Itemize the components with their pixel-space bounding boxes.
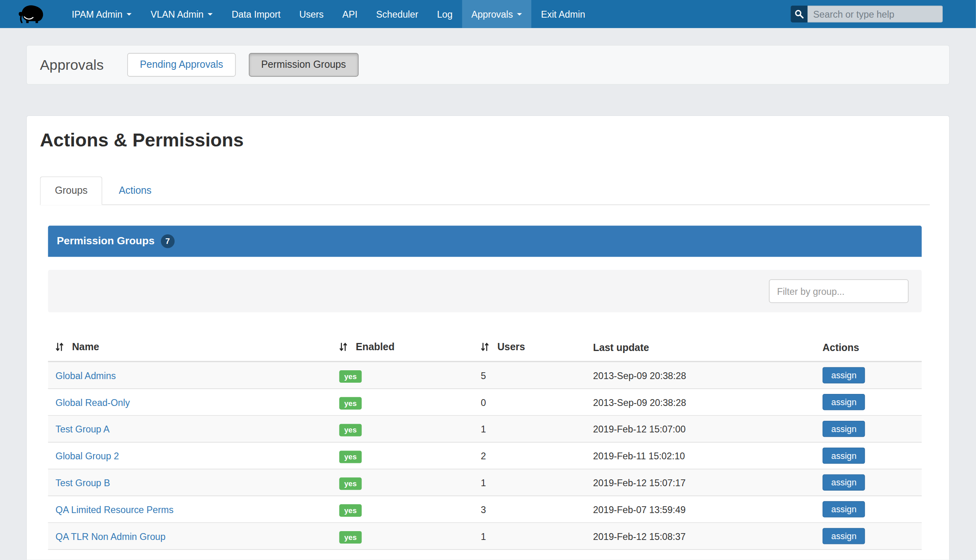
page-title: Approvals — [40, 57, 104, 73]
table-row: QA Limited Resource Perms yes 3 2019-Feb… — [48, 496, 922, 523]
last-update: 2019-Feb-07 13:59:49 — [593, 504, 823, 514]
column-label: Enabled — [356, 342, 394, 352]
enabled-badge: yes — [339, 370, 362, 382]
users-count: 0 — [481, 397, 593, 407]
sort-icon[interactable] — [55, 342, 63, 354]
assign-button[interactable]: assign — [823, 421, 865, 437]
search-icon — [795, 9, 804, 18]
table-row: Global Read-Only yes 0 2013-Sep-09 20:38… — [48, 389, 922, 416]
panel-heading-title: Permission Groups — [57, 235, 155, 248]
column-label: Name — [72, 342, 99, 352]
filter-by-group-input[interactable] — [769, 279, 909, 303]
navbar-search — [791, 6, 943, 22]
permission-groups-heading: Permission Groups 7 — [48, 226, 922, 257]
nav-item-label: Exit Admin — [541, 9, 585, 19]
users-count: 1 — [481, 477, 593, 488]
column-label: Last update — [593, 342, 649, 353]
group-count-badge: 7 — [161, 234, 175, 248]
table-row: QA TLR Non Admin Group yes 1 2019-Feb-12… — [48, 523, 922, 550]
users-count: 3 — [481, 504, 593, 514]
tab-groups[interactable]: Groups — [40, 177, 102, 205]
caret-down-icon — [517, 13, 522, 15]
assign-button[interactable]: assign — [823, 501, 865, 517]
column-label: Actions — [823, 342, 859, 353]
group-link[interactable]: Global Admins — [55, 370, 116, 380]
last-update: 2019-Feb-12 15:08:37 — [593, 531, 823, 541]
permission-groups-button[interactable]: Permission Groups — [249, 53, 359, 77]
assign-button[interactable]: assign — [823, 475, 865, 491]
assign-button[interactable]: assign — [823, 448, 865, 464]
table-row: Test Group B yes 1 2019-Feb-12 15:07:17 … — [48, 469, 922, 496]
caret-down-icon — [127, 13, 132, 15]
enabled-badge: yes — [339, 450, 362, 463]
table-row: Test Group A yes 1 2019-Feb-12 15:07:00 … — [48, 416, 922, 442]
column-header-enabled: Enabled — [339, 342, 481, 354]
users-count: 1 — [481, 424, 593, 434]
nav-item-label: Scheduler — [376, 9, 418, 19]
nav-item-vlan-admin[interactable]: VLAN Admin — [141, 0, 222, 28]
nav-item-label: VLAN Admin — [150, 9, 203, 19]
nav-item-data-import[interactable]: Data Import — [222, 0, 290, 28]
last-update: 2013-Sep-09 20:38:28 — [593, 397, 823, 407]
users-count: 5 — [481, 370, 593, 380]
column-header-last-update: Last update — [593, 342, 823, 353]
table-body: Global Admins yes 5 2013-Sep-09 20:38:28… — [48, 362, 922, 550]
enabled-badge: yes — [339, 424, 362, 436]
last-update: 2019-Feb-12 15:07:17 — [593, 477, 823, 488]
group-link[interactable]: Test Group A — [55, 424, 110, 434]
sort-icon[interactable] — [339, 342, 347, 354]
mammoth-logo-icon — [18, 4, 45, 24]
nav-item-users[interactable]: Users — [290, 0, 333, 28]
column-header-name: Name — [48, 342, 340, 354]
permission-groups-table: Name Enabled Users Last update Actions — [48, 312, 922, 550]
nav-item-label: IPAM Admin — [72, 9, 123, 19]
group-link[interactable]: Global Read-Only — [55, 397, 130, 407]
column-header-actions: Actions — [823, 342, 922, 353]
search-button[interactable] — [791, 6, 807, 22]
assign-button[interactable]: assign — [823, 367, 865, 383]
users-count: 1 — [481, 531, 593, 541]
last-update: 2013-Sep-09 20:38:28 — [593, 370, 823, 380]
brand-logo[interactable] — [0, 0, 62, 28]
enabled-badge: yes — [339, 477, 362, 490]
table-row: Global Admins yes 5 2013-Sep-09 20:38:28… — [48, 362, 922, 389]
assign-button[interactable]: assign — [823, 394, 865, 410]
pending-approvals-button[interactable]: Pending Approvals — [127, 53, 236, 77]
table-row: Global Group 2 yes 2 2019-Feb-11 15:02:1… — [48, 442, 922, 469]
users-count: 2 — [481, 450, 593, 461]
tab-bar: Groups Actions — [40, 177, 929, 205]
nav-item-label: Data Import — [232, 9, 281, 19]
enabled-badge: yes — [339, 397, 362, 409]
nav-item-approvals[interactable]: Approvals — [462, 0, 532, 28]
nav-item-label: Users — [299, 9, 324, 19]
top-navbar: IPAM Admin VLAN Admin Data Import Users … — [0, 0, 976, 28]
caret-down-icon — [208, 13, 213, 15]
filter-toolbar — [48, 270, 922, 312]
nav-item-ipam-admin[interactable]: IPAM Admin — [62, 0, 141, 28]
sort-icon[interactable] — [481, 342, 489, 354]
approvals-header-bar: Approvals Pending Approvals Permission G… — [26, 45, 950, 85]
assign-button[interactable]: assign — [823, 528, 865, 544]
enabled-badge: yes — [339, 531, 362, 543]
tab-actions[interactable]: Actions — [104, 177, 167, 205]
main-panel: Actions & Permissions Groups Actions Per… — [26, 115, 950, 560]
group-link[interactable]: QA TLR Non Admin Group — [55, 531, 165, 541]
last-update: 2019-Feb-12 15:07:00 — [593, 424, 823, 434]
phpipam-admin-page: IPAM Admin VLAN Admin Data Import Users … — [0, 0, 976, 560]
table-header-row: Name Enabled Users Last update Actions — [48, 335, 922, 362]
group-link[interactable]: Global Group 2 — [55, 450, 119, 461]
nav-item-exit-admin[interactable]: Exit Admin — [532, 0, 595, 28]
nav-item-label: Log — [437, 9, 453, 19]
search-input[interactable] — [807, 6, 943, 22]
nav-item-scheduler[interactable]: Scheduler — [367, 0, 428, 28]
section-title: Actions & Permissions — [40, 130, 949, 151]
group-link[interactable]: Test Group B — [55, 477, 110, 488]
column-header-users: Users — [481, 342, 593, 354]
column-label: Users — [497, 342, 525, 352]
nav-item-label: Approvals — [471, 9, 513, 19]
nav-item-log[interactable]: Log — [428, 0, 462, 28]
last-update: 2019-Feb-11 15:02:10 — [593, 450, 823, 461]
group-link[interactable]: QA Limited Resource Perms — [55, 504, 173, 514]
nav-item-label: API — [342, 9, 358, 19]
nav-item-api[interactable]: API — [333, 0, 367, 28]
